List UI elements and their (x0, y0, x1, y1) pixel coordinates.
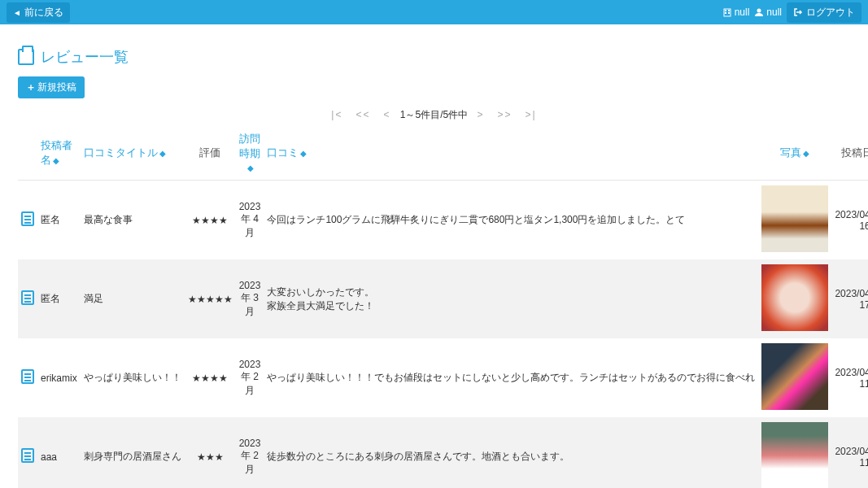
user-text: null (766, 7, 782, 18)
review-photo[interactable] (761, 422, 828, 488)
cell-title: 刺身専門の居酒屋さん (81, 417, 185, 488)
header-body[interactable]: 口コミ◆ (264, 125, 758, 181)
sort-icon: ◆ (159, 149, 166, 158)
cell-rating: ★★★★★ (185, 259, 236, 338)
svg-rect-1 (725, 10, 726, 11)
sort-icon: ◆ (53, 156, 59, 165)
cell-author: erikamix (37, 338, 81, 417)
cell-body: 今回はランチ100グラムに飛騨牛炙りにぎり二貫で680円と塩タン1,300円を追… (264, 181, 758, 260)
cell-date: 2023/04/26 11:35 (831, 338, 868, 417)
new-post-label: 新規投稿 (37, 81, 76, 93)
svg-rect-2 (728, 10, 730, 11)
file-icon[interactable] (21, 211, 34, 226)
top-bar-right: null null ログアウト (722, 2, 861, 23)
cell-visit: 2023年 2月 (236, 338, 264, 417)
back-button[interactable]: 前に戻る (7, 2, 70, 23)
page-title-text: レビュー一覧 (41, 47, 129, 67)
cell-photo (758, 338, 831, 417)
header-rating: 評価 (185, 125, 236, 181)
file-icon[interactable] (21, 448, 34, 463)
cell-photo (758, 417, 831, 488)
pager-first[interactable]: |< (331, 109, 342, 120)
cell-photo (758, 181, 831, 260)
content-area: レビュー一覧 新規投稿 |< << < 1～5件目/5件中 > >> >| 投稿… (0, 24, 868, 488)
header-title[interactable]: 口コミタイトル◆ (81, 125, 185, 181)
svg-rect-3 (725, 12, 726, 14)
header-photo[interactable]: 写真◆ (758, 125, 831, 181)
cell-author: 匿名 (37, 259, 81, 338)
table-row[interactable]: aaa刺身専門の居酒屋さん★★★2023年 2月徒歩数分のところにある刺身の居酒… (18, 417, 868, 488)
header-visit[interactable]: 訪問時期◆ (236, 125, 264, 181)
back-label: 前に戻る (24, 6, 63, 20)
header-icon (18, 125, 37, 181)
sort-icon: ◆ (300, 149, 307, 158)
pager-next2[interactable]: >> (498, 109, 513, 120)
cell-title: 最高な食事 (81, 181, 185, 260)
cell-date: 2023/04/25 17:09 (831, 259, 868, 338)
user-icon (754, 7, 764, 17)
file-icon[interactable] (21, 369, 34, 384)
cell-date: 2023/04/25 16:35 (831, 181, 868, 260)
cell-title: やっぱり美味しい！！ (81, 338, 185, 417)
file-icon[interactable] (21, 290, 34, 305)
clipboard-icon (18, 49, 34, 65)
header-author[interactable]: 投稿者名◆ (37, 125, 81, 181)
cell-rating: ★★★ (185, 417, 236, 488)
pager-last[interactable]: >| (526, 109, 537, 120)
cell-author: aaa (37, 417, 81, 488)
pager: |< << < 1～5件目/5件中 > >> >| (18, 108, 850, 122)
cell-rating: ★★★★ (185, 181, 236, 260)
cell-visit: 2023年 2月 (236, 417, 264, 488)
cell-visit: 2023年 3月 (236, 259, 264, 338)
svg-point-5 (757, 9, 761, 13)
new-post-button[interactable]: 新規投稿 (18, 76, 85, 98)
logout-icon (793, 7, 803, 17)
table-row[interactable]: 匿名最高な食事★★★★2023年 4月今回はランチ100グラムに飛騨牛炙りにぎり… (18, 181, 868, 260)
cell-date: 2023/04/26 11:37 (831, 417, 868, 488)
cell-visit: 2023年 4月 (236, 181, 264, 260)
review-photo[interactable] (761, 185, 828, 252)
review-table: 投稿者名◆ 口コミタイトル◆ 評価 訪問時期◆ 口コミ◆ 写真◆ 投稿日時 匿名… (18, 125, 868, 488)
sort-icon: ◆ (803, 149, 809, 158)
cell-body: やっぱり美味しい！！！でもお値段はセットにしないと少し高めです。ランチはセットが… (264, 338, 758, 417)
page-title: レビュー一覧 (18, 47, 850, 67)
logout-button[interactable]: ログアウト (787, 2, 861, 23)
review-photo[interactable] (761, 264, 828, 331)
building-indicator: null (722, 7, 750, 18)
header-date: 投稿日時 (831, 125, 868, 181)
svg-rect-4 (728, 12, 730, 14)
cell-body: 徒歩数分のところにある刺身の居酒屋さんです。地酒とも合います。 (264, 417, 758, 488)
sort-icon: ◆ (247, 163, 254, 172)
cell-title: 満足 (81, 259, 185, 338)
pager-next[interactable]: > (478, 109, 485, 120)
pager-prev2[interactable]: << (355, 109, 370, 120)
cell-body: 大変おいしかったです。家族全員大満足でした！ (264, 259, 758, 338)
user-indicator: null (754, 7, 782, 18)
top-bar: 前に戻る null null ログアウト (0, 0, 868, 24)
cell-photo (758, 259, 831, 338)
building-icon (722, 7, 732, 17)
table-row[interactable]: 匿名満足★★★★★2023年 3月大変おいしかったです。家族全員大満足でした！2… (18, 259, 868, 338)
table-row[interactable]: erikamixやっぱり美味しい！！★★★★2023年 2月やっぱり美味しい！！… (18, 338, 868, 417)
building-text: null (735, 7, 750, 18)
pager-prev[interactable]: < (383, 109, 390, 120)
cell-author: 匿名 (37, 181, 81, 260)
pager-status: 1～5件目/5件中 (400, 109, 468, 120)
review-photo[interactable] (761, 343, 828, 410)
cell-rating: ★★★★ (185, 338, 236, 417)
logout-label: ログアウト (806, 6, 855, 20)
